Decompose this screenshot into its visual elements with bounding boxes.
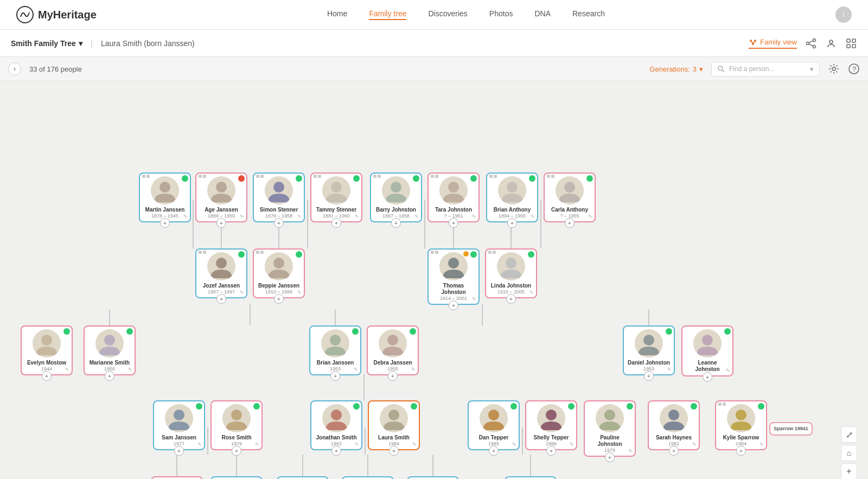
edit-tammy[interactable]: ✎ [355, 214, 359, 219]
edit-kylie[interactable]: ✎ [760, 442, 764, 447]
add-simon[interactable]: + [274, 218, 284, 228]
edit-laura[interactable]: ✎ [412, 442, 417, 447]
add-evelyn[interactable]: + [42, 371, 52, 381]
nav-home[interactable]: Home [327, 9, 347, 20]
card-frank[interactable]: Frank Smith 2006 ✎ [342, 476, 394, 479]
add-jonathan[interactable]: + [331, 446, 341, 456]
tree-canvas[interactable]: Martin Janssen 1878 – 1945 ✎ + Age Janss… [0, 81, 868, 479]
edit-marianne[interactable]: ✎ [128, 367, 132, 372]
nav-family-tree[interactable]: Family tree [369, 9, 406, 20]
card-linda[interactable]: Linda Johnston 1915 – 2005 ✎ + [485, 248, 537, 298]
card-evelyn[interactable]: Evelyn Mostow 1944 ✎ + [21, 325, 73, 375]
card-age-janssen[interactable]: Age Janssen 1889 – 1959 ✎ + [195, 173, 247, 222]
card-jonathan[interactable]: Jonathan Smith 1982 ✎ + [310, 400, 362, 450]
zoom-in-btn[interactable]: + [841, 463, 857, 479]
edit-dan[interactable]: ✎ [512, 442, 516, 447]
add-debra[interactable]: + [388, 371, 398, 381]
card-jozef[interactable]: Jozef Janssen 1907 – 1997 ✎ + [195, 248, 247, 298]
edit-jozef[interactable]: ✎ [240, 290, 244, 295]
card-sam-j[interactable]: Sam Janssen 1977 ✎ + [153, 400, 205, 450]
tree-name[interactable]: Smith Family Tree ▾ [11, 39, 82, 48]
card-brian-a[interactable]: Brian Anthony 1894 – 1965 ✎ + [486, 173, 538, 222]
edit-sarah[interactable]: ✎ [692, 442, 697, 447]
edit-debra[interactable]: ✎ [411, 367, 416, 372]
add-kylie[interactable]: + [736, 446, 746, 456]
add-daniel[interactable]: + [644, 371, 654, 381]
add-marianne[interactable]: + [105, 371, 114, 381]
card-thomas-j[interactable]: Thomas Johnston 1914 – 2001 ✎ + [427, 248, 480, 305]
nav-research[interactable]: Research [572, 9, 605, 20]
card-sparrow-1984[interactable]: Sparrow 19841 [769, 422, 813, 436]
add-dan[interactable]: + [489, 446, 499, 456]
card-tara[interactable]: Tara Johnston ? – 1961 ✎ + [427, 173, 480, 222]
find-person-search[interactable]: Find a person... ▾ [711, 62, 820, 76]
add-thomas-j[interactable]: + [449, 301, 458, 310]
edit-brian-a[interactable]: ✎ [531, 214, 535, 219]
help-icon[interactable]: ? [848, 63, 860, 75]
card-shelly[interactable]: Shelly Tepper 1986 ✎ + [525, 400, 577, 450]
edit-brian-j[interactable]: ✎ [354, 367, 358, 372]
add-brian-a[interactable]: + [507, 218, 517, 228]
add-laura[interactable]: + [389, 446, 399, 456]
add-pauline[interactable]: + [605, 452, 615, 462]
card-thomas-s[interactable]: Thomas Smith 2012 ✎ [210, 476, 263, 479]
edit-martin[interactable]: ✎ [183, 214, 188, 219]
edit-linda[interactable]: ✎ [529, 290, 534, 295]
card-marianne[interactable]: Marianne Smith 1956 ✎ + [84, 325, 136, 375]
user-avatar[interactable]: i [835, 7, 852, 23]
edit-thomas-j[interactable]: ✎ [472, 296, 476, 302]
share-icon[interactable] [805, 37, 817, 49]
card-sam-t[interactable]: Sam Tepper 2011 ✎ [505, 476, 557, 479]
card-rose[interactable]: Rose Smith 1979 ✎ + [210, 400, 263, 450]
edit-pauline[interactable]: ✎ [628, 448, 633, 454]
edit-carla[interactable]: ✎ [588, 214, 592, 219]
card-sarah[interactable]: Sarah Haynes 1982 ✎ + [648, 400, 700, 450]
card-arthur[interactable]: Arthur Smith 2004 ✎ [277, 476, 329, 479]
edit-daniel[interactable]: ✎ [667, 367, 672, 372]
edit-barry[interactable]: ✎ [414, 214, 419, 219]
card-debra[interactable]: Debra Janssen 1955 ✎ + [367, 325, 419, 375]
card-carla[interactable]: Carla Anthony ? – 1955 ✎ + [544, 173, 596, 222]
nav-photos[interactable]: Photos [489, 9, 513, 20]
home-btn[interactable]: ⌂ [841, 445, 857, 461]
add-tammy[interactable]: + [331, 218, 341, 228]
edit-sam-j[interactable]: ✎ [197, 442, 202, 447]
edit-shelly[interactable]: ✎ [570, 442, 574, 447]
add-sarah[interactable]: + [669, 446, 679, 456]
add-carla[interactable]: + [565, 218, 575, 228]
add-leanne[interactable]: + [703, 372, 712, 382]
card-tammy[interactable]: Tammy Stenner 1881 – 1960 ✎ + [310, 173, 362, 222]
add-linda[interactable]: + [506, 294, 516, 304]
edit-tara[interactable]: ✎ [472, 214, 476, 219]
card-simon[interactable]: Simon Stenner 1876 – 1958 ✎ + [253, 173, 305, 222]
add-age[interactable]: + [216, 218, 226, 228]
settings-icon[interactable] [828, 63, 840, 75]
edit-rose[interactable]: ✎ [255, 442, 259, 447]
nav-dna[interactable]: DNA [534, 9, 551, 20]
family-view-btn[interactable]: Family view [749, 38, 797, 49]
edit-jonathan[interactable]: ✎ [355, 442, 359, 447]
card-beppie[interactable]: Beppie Janssen 1910 – 1999 ✎ + [253, 248, 305, 298]
card-pauline[interactable]: Pauline Johnston 1979 ✎ + [584, 400, 636, 457]
logo[interactable]: MyHeritage [16, 6, 97, 23]
card-barry[interactable]: Barry Johnston 1887 – 1958 ✎ + [370, 173, 422, 222]
card-emily[interactable]: Emily Smith 2008 ✎ [151, 476, 203, 479]
card-jon[interactable]: Jon Smith 2008 ✎ [407, 476, 459, 479]
edit-age[interactable]: ✎ [240, 214, 244, 219]
add-martin[interactable]: + [160, 218, 170, 228]
add-jozef[interactable]: + [216, 294, 226, 304]
card-leanne[interactable]: Leanne Johnston ✎ + [681, 325, 733, 376]
edit-leanne[interactable]: ✎ [726, 368, 730, 373]
add-rose[interactable]: + [232, 446, 241, 456]
expand-sidebar-btn[interactable]: › [8, 62, 21, 75]
add-tara[interactable]: + [449, 218, 458, 228]
card-dan[interactable]: Dan Tepper 1985 ✎ + [468, 400, 520, 450]
add-shelly[interactable]: + [546, 446, 556, 456]
card-brian-j[interactable]: Brian Janssen 1953 ✎ + [309, 325, 361, 375]
generations-btn[interactable]: Generations: 3 ▾ [649, 65, 703, 73]
edit-simon[interactable]: ✎ [297, 214, 302, 219]
add-brian-j[interactable]: + [330, 371, 340, 381]
add-beppie[interactable]: + [274, 294, 284, 304]
expand-icon-btn[interactable]: ⤢ [841, 426, 857, 443]
nav-discoveries[interactable]: Discoveries [428, 9, 467, 20]
